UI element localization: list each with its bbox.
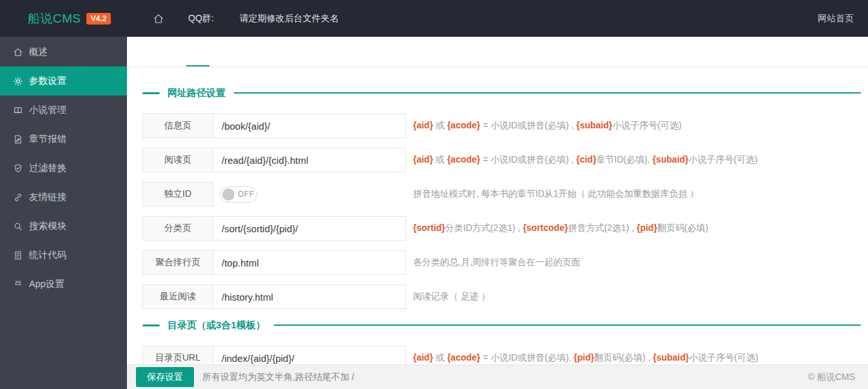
sidebar-item[interactable]: App设置 <box>0 270 127 299</box>
tab[interactable] <box>159 37 182 66</box>
desc-text: 或 <box>433 120 447 130</box>
settings-tabs <box>127 37 868 67</box>
url-token: {subaid} <box>653 352 689 363</box>
tab[interactable] <box>186 37 209 66</box>
form-row: 聚合排行页 各分类的总,月,周排行等聚合在一起的页面 <box>142 250 861 275</box>
field-description: {aid} 或 {acode} = 小说ID或拼音(必填), {pid}翻页码(… <box>413 352 758 364</box>
desc-text: 或 <box>433 154 447 165</box>
desc-text: 阅读记录（ 足迹 ） <box>413 291 490 301</box>
form-row: 独立ID OFF 拼音地址模式时, 每本书的章节ID从1开始（ 此功能会加重数据… <box>142 182 861 206</box>
search-icon <box>12 221 23 232</box>
desc-text: 拼音方式(2选1) , <box>568 223 637 233</box>
form-body: 网址路径设置 信息页 {aid} 或 {acode} = 小说ID或拼音(必填)… <box>127 67 868 370</box>
url-path-input[interactable] <box>213 284 406 309</box>
form-control-group: 信息页 <box>142 114 406 138</box>
app-logo: 船说CMS V4.2 <box>0 10 127 27</box>
url-token: {sortcode} <box>523 223 568 233</box>
settings-section: 网址路径设置 信息页 {aid} 或 {acode} = 小说ID或拼音(必填)… <box>142 86 861 309</box>
tab[interactable] <box>240 37 264 66</box>
section-title: 网址路径设置 <box>168 87 226 99</box>
field-description: 阅读记录（ 足迹 ） <box>413 291 490 303</box>
version-badge: V4.2 <box>86 13 111 25</box>
topbar: 船说CMS V4.2 QQ群: 请定期修改后台文件夹名 网站首页 <box>0 0 868 37</box>
field-description: {aid} 或 {acode} = 小说ID或拼音(必填) , {subaid}… <box>413 120 682 132</box>
sidebar-nav: 概述 参数设置 小说管理 章节报错 过滤替换 友情链接 搜索模块 统计代码 Ap… <box>0 37 127 299</box>
sidebar-item-label: 搜索模块 <box>29 220 66 232</box>
section-divider <box>274 324 861 326</box>
desc-text: = 小说ID或拼音(必填) , <box>480 154 576 165</box>
site-home-link[interactable]: 网站首页 <box>818 13 854 25</box>
save-settings-button[interactable]: 保存设置 <box>136 367 194 387</box>
filter-shield-icon <box>12 163 23 174</box>
form-control-group: 阅读页 <box>142 148 406 172</box>
url-token: {subaid} <box>576 120 612 130</box>
section-divider <box>234 92 861 94</box>
section-dash <box>142 324 160 326</box>
section-header: 目录页（或3合1模板） <box>142 319 861 332</box>
app-android-icon <box>12 279 23 290</box>
sidebar-item[interactable]: 小说管理 <box>0 95 127 125</box>
desc-text: 拼音地址模式时, 每本书的章节ID从1开始（ 此功能会加重数据库负担 ） <box>413 188 699 199</box>
url-token: {subaid} <box>652 154 688 165</box>
url-token: {aid} <box>413 120 433 130</box>
form-control-group: 聚合排行页 <box>142 250 406 275</box>
toggle-knob <box>222 188 235 201</box>
toggle-switch[interactable]: OFF <box>220 186 257 203</box>
field-description: 各分类的总,月,周排行等聚合在一起的页面 <box>413 257 581 268</box>
tab[interactable] <box>132 37 155 66</box>
url-path-input[interactable] <box>213 114 406 138</box>
footer-bar: 保存设置 所有设置均为英文半角,路径结尾不加 / © 船说CMS <box>127 364 868 389</box>
form-row: 分类页 {sortid}分类ID方式(2选1) , {sortcode}拼音方式… <box>142 216 861 241</box>
field-label: 阅读页 <box>142 148 213 172</box>
home-icon[interactable] <box>153 13 164 25</box>
form-row: 阅读页 {aid} 或 {acode} = 小说ID或拼音(必填) , {cid… <box>142 148 861 172</box>
copyright: © 船说CMS <box>808 372 855 383</box>
sidebar-item-label: 章节报错 <box>29 133 66 145</box>
url-token: {pid} <box>574 352 594 363</box>
desc-text: 或 <box>433 352 447 363</box>
sidebar-item-label: 友情链接 <box>29 191 66 203</box>
desc-text: = 小说ID或拼音(必填) , <box>480 120 576 130</box>
form-control-group: 分类页 <box>142 216 406 241</box>
desc-text: 各分类的总,月,周排行等聚合在一起的页面 <box>413 257 581 267</box>
section-dash <box>142 92 160 94</box>
stats-code-icon <box>12 250 23 261</box>
sidebar-item[interactable]: 概述 <box>0 37 127 66</box>
logo-text: 船说CMS <box>28 10 81 27</box>
field-label: 分类页 <box>142 216 213 241</box>
qq-group-label[interactable]: QQ群: <box>188 13 214 25</box>
sidebar-item-label: 参数设置 <box>29 75 66 87</box>
form-row: 最近阅读 阅读记录（ 足迹 ） <box>142 284 861 309</box>
sections: 网址路径设置 信息页 {aid} 或 {acode} = 小说ID或拼音(必填)… <box>142 86 861 370</box>
sidebar-item-label: App设置 <box>29 278 64 290</box>
url-path-input[interactable] <box>213 216 406 241</box>
url-token: {cid} <box>576 154 596 165</box>
section-header: 网址路径设置 <box>142 86 861 99</box>
sidebar-item[interactable]: 统计代码 <box>0 241 127 270</box>
settings-gear-icon <box>12 75 23 86</box>
tab[interactable] <box>294 37 318 66</box>
form-control-group: 独立ID OFF <box>142 182 406 206</box>
sidebar-item[interactable]: 搜索模块 <box>0 212 127 241</box>
tab[interactable] <box>213 37 236 66</box>
main-content: 网址路径设置 信息页 {aid} 或 {acode} = 小说ID或拼音(必填)… <box>127 37 868 389</box>
friend-link-icon <box>12 192 23 203</box>
sidebar-item[interactable]: 章节报错 <box>0 125 127 154</box>
field-label: 聚合排行页 <box>142 250 213 275</box>
url-token: {acode} <box>447 120 480 130</box>
sidebar-item[interactable]: 友情链接 <box>0 183 127 212</box>
sidebar-item[interactable]: 过滤替换 <box>0 154 127 183</box>
sidebar-item[interactable]: 参数设置 <box>0 66 127 95</box>
field-description: {aid} 或 {acode} = 小说ID或拼音(必填) , {cid}章节I… <box>413 154 758 166</box>
form-row: 信息页 {aid} 或 {acode} = 小说ID或拼音(必填) , {sub… <box>142 114 861 138</box>
desc-text: 翻页码(必填) <box>657 223 708 233</box>
field-description: {sortid}分类ID方式(2选1) , {sortcode}拼音方式(2选1… <box>413 223 708 234</box>
section-rows: 信息页 {aid} 或 {acode} = 小说ID或拼音(必填) , {sub… <box>142 114 861 309</box>
url-path-input[interactable] <box>213 250 406 275</box>
overview-home-icon <box>12 46 23 57</box>
sidebar-item-label: 概述 <box>29 46 48 58</box>
desc-text: 小说子序号(可选) <box>612 120 681 130</box>
tab[interactable] <box>267 37 291 66</box>
desc-text: = 小说ID或拼音(必填), <box>480 352 574 363</box>
url-path-input[interactable] <box>213 148 406 172</box>
